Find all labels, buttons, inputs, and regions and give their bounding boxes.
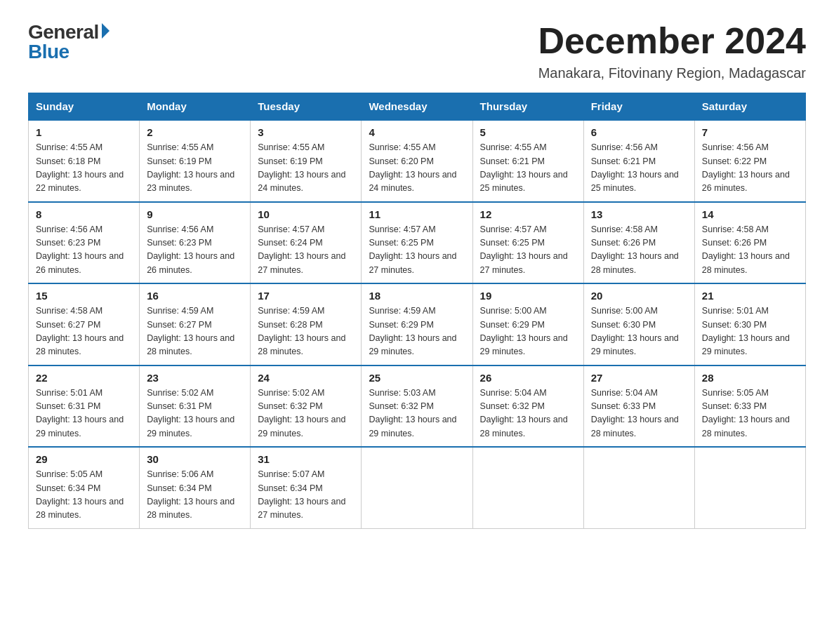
calendar-cell: 29 Sunrise: 5:05 AMSunset: 6:34 PMDaylig… [29,447,140,528]
day-number: 27 [591,372,687,384]
day-info: Sunrise: 4:55 AMSunset: 6:19 PMDaylight:… [147,142,234,193]
day-number: 17 [258,290,354,302]
calendar-cell: 31 Sunrise: 5:07 AMSunset: 6:34 PMDaylig… [251,447,362,528]
calendar-cell: 25 Sunrise: 5:03 AMSunset: 6:32 PMDaylig… [362,365,472,448]
day-number: 26 [480,372,576,384]
subtitle: Manakara, Fitovinany Region, Madagascar [538,65,806,81]
day-number: 28 [702,372,798,384]
day-info: Sunrise: 4:58 AMSunset: 6:27 PMDaylight:… [36,306,124,356]
calendar-cell: 9 Sunrise: 4:56 AMSunset: 6:23 PMDayligh… [140,202,251,284]
calendar-header-friday: Friday [583,93,694,121]
calendar-week-row: 22 Sunrise: 5:01 AMSunset: 6:31 PMDaylig… [29,365,806,448]
calendar-cell: 5 Sunrise: 4:55 AMSunset: 6:21 PMDayligh… [472,120,583,202]
day-number: 21 [702,290,798,302]
calendar-cell: 13 Sunrise: 4:58 AMSunset: 6:26 PMDaylig… [583,202,694,284]
day-info: Sunrise: 4:56 AMSunset: 6:21 PMDaylight:… [591,142,679,193]
day-number: 29 [36,453,132,465]
day-number: 3 [258,126,354,138]
calendar-cell: 12 Sunrise: 4:57 AMSunset: 6:25 PMDaylig… [472,202,583,284]
day-info: Sunrise: 4:57 AMSunset: 6:24 PMDaylight:… [258,224,345,275]
day-info: Sunrise: 4:57 AMSunset: 6:25 PMDaylight:… [369,224,456,275]
calendar-cell: 27 Sunrise: 5:04 AMSunset: 6:33 PMDaylig… [583,365,694,448]
day-number: 1 [36,126,132,138]
calendar-week-row: 8 Sunrise: 4:56 AMSunset: 6:23 PMDayligh… [29,202,806,284]
day-info: Sunrise: 5:05 AMSunset: 6:33 PMDaylight:… [702,388,790,438]
day-info: Sunrise: 5:00 AMSunset: 6:29 PMDaylight:… [480,306,568,356]
day-info: Sunrise: 4:56 AMSunset: 6:23 PMDaylight:… [36,224,124,275]
day-info: Sunrise: 4:55 AMSunset: 6:20 PMDaylight:… [369,142,456,193]
day-info: Sunrise: 5:01 AMSunset: 6:30 PMDaylight:… [702,306,790,356]
day-info: Sunrise: 5:04 AMSunset: 6:33 PMDaylight:… [591,388,679,438]
day-info: Sunrise: 5:02 AMSunset: 6:31 PMDaylight:… [147,388,234,438]
day-info: Sunrise: 5:06 AMSunset: 6:34 PMDaylight:… [147,469,234,520]
main-title: December 2024 [538,21,806,61]
calendar-header-monday: Monday [140,93,251,121]
day-info: Sunrise: 4:55 AMSunset: 6:21 PMDaylight:… [480,142,568,193]
day-number: 5 [480,126,576,138]
calendar-cell: 7 Sunrise: 4:56 AMSunset: 6:22 PMDayligh… [694,120,805,202]
day-info: Sunrise: 5:01 AMSunset: 6:31 PMDaylight:… [36,388,124,438]
calendar-cell: 21 Sunrise: 5:01 AMSunset: 6:30 PMDaylig… [694,283,805,365]
calendar-header-sunday: Sunday [29,93,140,121]
calendar-header-wednesday: Wednesday [362,93,472,121]
calendar-cell: 30 Sunrise: 5:06 AMSunset: 6:34 PMDaylig… [140,447,251,528]
day-info: Sunrise: 4:58 AMSunset: 6:26 PMDaylight:… [591,224,679,275]
day-number: 15 [36,290,132,302]
day-number: 30 [147,453,243,465]
calendar-week-row: 29 Sunrise: 5:05 AMSunset: 6:34 PMDaylig… [29,447,806,528]
day-info: Sunrise: 4:57 AMSunset: 6:25 PMDaylight:… [480,224,568,275]
calendar-cell [694,447,805,528]
calendar-header-saturday: Saturday [694,93,805,121]
calendar-cell: 23 Sunrise: 5:02 AMSunset: 6:31 PMDaylig… [140,365,251,448]
day-info: Sunrise: 5:05 AMSunset: 6:34 PMDaylight:… [36,469,124,520]
calendar-cell: 4 Sunrise: 4:55 AMSunset: 6:20 PMDayligh… [362,120,472,202]
day-number: 11 [369,208,465,220]
day-number: 7 [702,126,798,138]
calendar-cell: 19 Sunrise: 5:00 AMSunset: 6:29 PMDaylig… [472,283,583,365]
calendar-cell: 17 Sunrise: 4:59 AMSunset: 6:28 PMDaylig… [251,283,362,365]
calendar-cell: 15 Sunrise: 4:58 AMSunset: 6:27 PMDaylig… [29,283,140,365]
title-block: December 2024 Manakara, Fitovinany Regio… [538,21,806,81]
day-number: 10 [258,208,354,220]
day-info: Sunrise: 4:55 AMSunset: 6:18 PMDaylight:… [36,142,124,193]
day-number: 18 [369,290,465,302]
calendar-cell: 1 Sunrise: 4:55 AMSunset: 6:18 PMDayligh… [29,120,140,202]
day-number: 9 [147,208,243,220]
day-number: 19 [480,290,576,302]
day-number: 8 [36,208,132,220]
calendar-cell [583,447,694,528]
day-info: Sunrise: 4:59 AMSunset: 6:27 PMDaylight:… [147,306,234,356]
logo: General Blue [28,21,110,63]
day-info: Sunrise: 4:56 AMSunset: 6:23 PMDaylight:… [147,224,234,275]
calendar-table: SundayMondayTuesdayWednesdayThursdayFrid… [28,93,806,529]
calendar-header-thursday: Thursday [472,93,583,121]
day-number: 12 [480,208,576,220]
calendar-cell: 18 Sunrise: 4:59 AMSunset: 6:29 PMDaylig… [362,283,472,365]
calendar-week-row: 1 Sunrise: 4:55 AMSunset: 6:18 PMDayligh… [29,120,806,202]
day-info: Sunrise: 4:59 AMSunset: 6:28 PMDaylight:… [258,306,345,356]
calendar-cell: 16 Sunrise: 4:59 AMSunset: 6:27 PMDaylig… [140,283,251,365]
day-number: 25 [369,372,465,384]
day-info: Sunrise: 5:00 AMSunset: 6:30 PMDaylight:… [591,306,679,356]
calendar-cell: 14 Sunrise: 4:58 AMSunset: 6:26 PMDaylig… [694,202,805,284]
calendar-cell: 22 Sunrise: 5:01 AMSunset: 6:31 PMDaylig… [29,365,140,448]
logo-arrow-icon [102,23,110,39]
day-number: 6 [591,126,687,138]
calendar-cell: 11 Sunrise: 4:57 AMSunset: 6:25 PMDaylig… [362,202,472,284]
page-header: General Blue December 2024 Manakara, Fit… [28,21,806,81]
calendar-header-row: SundayMondayTuesdayWednesdayThursdayFrid… [29,93,806,121]
calendar-cell: 24 Sunrise: 5:02 AMSunset: 6:32 PMDaylig… [251,365,362,448]
calendar-cell: 20 Sunrise: 5:00 AMSunset: 6:30 PMDaylig… [583,283,694,365]
day-number: 24 [258,372,354,384]
calendar-week-row: 15 Sunrise: 4:58 AMSunset: 6:27 PMDaylig… [29,283,806,365]
day-info: Sunrise: 4:58 AMSunset: 6:26 PMDaylight:… [702,224,790,275]
day-number: 2 [147,126,243,138]
day-number: 22 [36,372,132,384]
day-info: Sunrise: 5:03 AMSunset: 6:32 PMDaylight:… [369,388,456,438]
calendar-cell: 2 Sunrise: 4:55 AMSunset: 6:19 PMDayligh… [140,120,251,202]
day-number: 16 [147,290,243,302]
day-number: 4 [369,126,465,138]
day-info: Sunrise: 5:07 AMSunset: 6:34 PMDaylight:… [258,469,345,520]
day-number: 20 [591,290,687,302]
calendar-cell [472,447,583,528]
